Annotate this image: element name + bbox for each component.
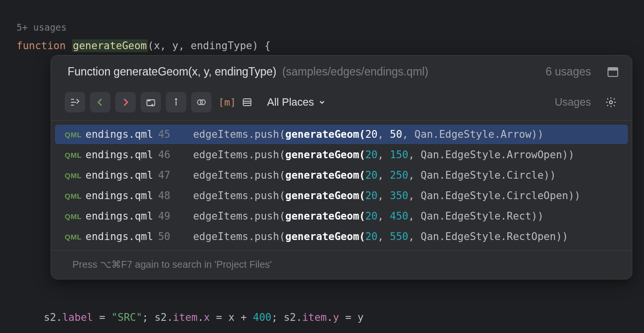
usage-line-number: 50 xyxy=(158,231,174,242)
usages-popup: Function generateGeom(x, y, endingType) … xyxy=(51,55,632,279)
function-signature-line: function generateGeom(x, y, endingType) … xyxy=(17,38,644,54)
usage-line-number: 46 xyxy=(158,149,174,161)
usage-file: endings.qml xyxy=(86,169,153,181)
method-filter-icon[interactable]: [m] xyxy=(218,96,232,108)
usage-code: edgeItems.push(generateGeom(20, 450, Qan… xyxy=(193,210,544,222)
usage-code: edgeItems.push(generateGeom(20, 150, Qan… xyxy=(193,149,574,161)
usage-line-number: 48 xyxy=(158,190,174,202)
usage-code: edgeItems.push(generateGeom(20, 250, Qan… xyxy=(193,169,556,181)
file-type-badge: QML xyxy=(65,130,82,139)
similar-usages-button[interactable] xyxy=(191,92,212,112)
scope-dropdown[interactable]: All Places xyxy=(267,96,326,109)
popup-title-fn: generateGeom(x, y, endingType) xyxy=(114,65,277,78)
popup-title: Function generateGeom(x, y, endingType) xyxy=(68,65,276,78)
usage-code: edgeItems.push(generateGeom(20, 550, Qan… xyxy=(193,231,568,242)
usages-toolbar: [m] All Places Usages xyxy=(51,88,632,121)
usage-code: edgeItems.push(generateGeom(20, 350, Qan… xyxy=(193,190,581,202)
next-usage-button[interactable] xyxy=(115,92,136,112)
popup-usage-count: 6 usages xyxy=(546,65,591,78)
function-name: generateGeom xyxy=(72,39,148,52)
usage-row[interactable]: QMLendings.qml49edgeItems.push(generateG… xyxy=(55,206,628,226)
usage-file: endings.qml xyxy=(86,149,153,161)
usage-row[interactable]: QMLendings.qml47edgeItems.push(generateG… xyxy=(55,166,628,185)
popup-footer-hint: Press ⌥⌘F7 again to search in 'Project F… xyxy=(51,250,632,279)
expand-all-button[interactable] xyxy=(65,92,85,112)
svg-rect-4 xyxy=(243,99,251,106)
svg-point-1 xyxy=(176,99,177,100)
usage-row[interactable]: QMLendings.qml46edgeItems.push(generateG… xyxy=(55,145,628,165)
usages-results-list: QMLendings.qml45edgeItems.push(generateG… xyxy=(51,121,632,250)
info-button[interactable] xyxy=(166,92,186,112)
usage-row[interactable]: QMLendings.qml48edgeItems.push(generateG… xyxy=(55,186,628,205)
usage-count-hint[interactable]: 5+ usages xyxy=(17,20,644,35)
svg-point-5 xyxy=(609,101,612,104)
popup-header: Function generateGeom(x, y, endingType) … xyxy=(51,56,632,88)
chevron-down-icon xyxy=(318,98,326,106)
open-in-tool-window-icon[interactable] xyxy=(608,67,618,77)
usage-file: endings.qml xyxy=(86,231,153,242)
code-line-bottom: s2.label = "SRC"; s2.item.x = x + 400; s… xyxy=(44,312,364,323)
usage-code: edgeItems.push(generateGeom(20, 50, Qan.… xyxy=(193,129,544,140)
new-folder-button[interactable] xyxy=(141,92,161,112)
svg-point-3 xyxy=(200,100,205,105)
file-type-badge: QML xyxy=(65,151,82,159)
function-params: (x, y, endingType) { xyxy=(148,40,271,52)
usage-file: endings.qml xyxy=(86,190,153,202)
prop-label: label xyxy=(62,312,93,323)
string-src: "SRC" xyxy=(111,312,142,323)
file-type-badge: QML xyxy=(65,171,82,180)
ident-s2: s2 xyxy=(44,312,56,323)
usage-file: endings.qml xyxy=(86,210,153,222)
usage-line-number: 47 xyxy=(158,169,174,181)
popup-title-prefix: Function xyxy=(68,65,114,78)
settings-button[interactable] xyxy=(601,92,621,112)
prev-usage-button[interactable] xyxy=(90,92,110,112)
keyword-function: function xyxy=(17,40,66,52)
preview-pane-button[interactable] xyxy=(237,92,257,112)
usage-line-number: 49 xyxy=(158,210,174,222)
file-type-badge: QML xyxy=(65,233,82,241)
popup-path: (samples/edges/endings.qml) xyxy=(282,65,428,78)
usage-file: endings.qml xyxy=(86,129,153,140)
file-type-badge: QML xyxy=(65,212,82,221)
usages-filter-label[interactable]: Usages xyxy=(555,96,591,109)
file-type-badge: QML xyxy=(65,192,82,200)
usage-row[interactable]: QMLendings.qml50edgeItems.push(generateG… xyxy=(55,227,628,246)
usage-line-number: 45 xyxy=(158,129,174,140)
scope-label: All Places xyxy=(267,96,314,109)
usage-row[interactable]: QMLendings.qml45edgeItems.push(generateG… xyxy=(55,125,628,144)
